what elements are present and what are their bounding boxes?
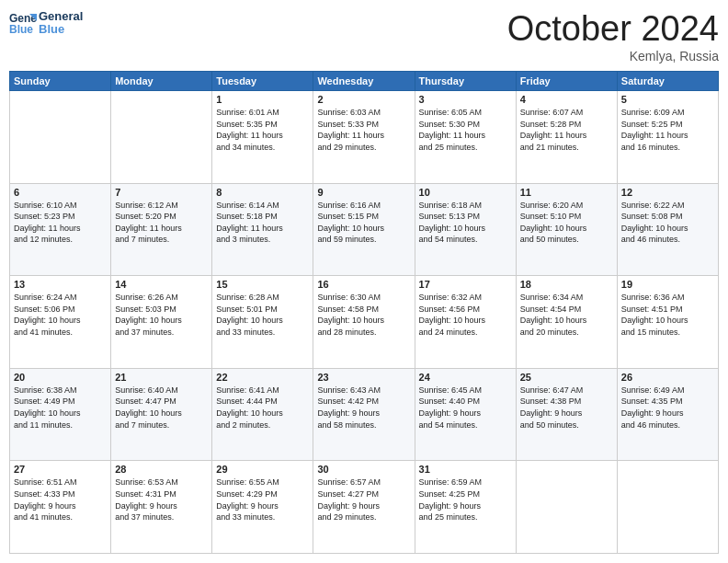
day-number: 27 (14, 464, 107, 475)
calendar-cell (617, 461, 718, 554)
day-number: 22 (216, 372, 309, 383)
day-number: 17 (419, 279, 512, 290)
day-info: Sunrise: 6:05 AM Sunset: 5:30 PM Dayligh… (419, 107, 512, 153)
day-info: Sunrise: 6:32 AM Sunset: 4:56 PM Dayligh… (419, 292, 512, 338)
logo-icon: General Blue (9, 9, 37, 37)
col-header-wednesday: Wednesday (313, 72, 415, 91)
day-info: Sunrise: 6:22 AM Sunset: 5:08 PM Dayligh… (621, 200, 714, 246)
day-info: Sunrise: 6:55 AM Sunset: 4:29 PM Dayligh… (216, 477, 309, 523)
day-info: Sunrise: 6:51 AM Sunset: 4:33 PM Dayligh… (14, 477, 107, 523)
page: General Blue General Blue October 2024 K… (0, 0, 728, 563)
day-number: 24 (419, 372, 512, 383)
day-info: Sunrise: 6:45 AM Sunset: 4:40 PM Dayligh… (419, 385, 512, 431)
calendar-cell: 30Sunrise: 6:57 AM Sunset: 4:27 PM Dayli… (313, 461, 415, 554)
day-number: 30 (317, 464, 410, 475)
day-number: 21 (115, 372, 208, 383)
calendar-cell: 27Sunrise: 6:51 AM Sunset: 4:33 PM Dayli… (10, 461, 111, 554)
calendar-cell: 16Sunrise: 6:30 AM Sunset: 4:58 PM Dayli… (313, 276, 415, 369)
day-number: 13 (14, 279, 107, 290)
calendar-cell: 4Sunrise: 6:07 AM Sunset: 5:28 PM Daylig… (516, 91, 617, 184)
day-info: Sunrise: 6:24 AM Sunset: 5:06 PM Dayligh… (14, 292, 107, 338)
col-header-tuesday: Tuesday (212, 72, 313, 91)
calendar-cell: 9Sunrise: 6:16 AM Sunset: 5:15 PM Daylig… (313, 183, 415, 276)
day-number: 12 (621, 187, 714, 198)
calendar-cell: 26Sunrise: 6:49 AM Sunset: 4:35 PM Dayli… (617, 368, 718, 461)
day-number: 2 (317, 94, 410, 105)
logo-line2: Blue (39, 23, 83, 36)
calendar-cell: 31Sunrise: 6:59 AM Sunset: 4:25 PM Dayli… (415, 461, 516, 554)
day-info: Sunrise: 6:10 AM Sunset: 5:23 PM Dayligh… (14, 200, 107, 246)
calendar-cell: 8Sunrise: 6:14 AM Sunset: 5:18 PM Daylig… (212, 183, 313, 276)
calendar-table: SundayMondayTuesdayWednesdayThursdayFrid… (9, 71, 719, 554)
calendar-cell: 29Sunrise: 6:55 AM Sunset: 4:29 PM Dayli… (212, 461, 313, 554)
title-block: October 2024 Kemlya, Russia (507, 9, 719, 63)
col-header-friday: Friday (516, 72, 617, 91)
day-number: 1 (216, 94, 309, 105)
calendar-cell: 15Sunrise: 6:28 AM Sunset: 5:01 PM Dayli… (212, 276, 313, 369)
col-header-saturday: Saturday (617, 72, 718, 91)
day-info: Sunrise: 6:38 AM Sunset: 4:49 PM Dayligh… (14, 385, 107, 431)
logo: General Blue General Blue (9, 9, 83, 37)
day-number: 20 (14, 372, 107, 383)
calendar-cell: 22Sunrise: 6:41 AM Sunset: 4:44 PM Dayli… (212, 368, 313, 461)
col-header-thursday: Thursday (415, 72, 516, 91)
logo-line1: General (39, 10, 83, 23)
day-number: 26 (621, 372, 714, 383)
calendar-cell: 24Sunrise: 6:45 AM Sunset: 4:40 PM Dayli… (415, 368, 516, 461)
calendar-cell: 11Sunrise: 6:20 AM Sunset: 5:10 PM Dayli… (516, 183, 617, 276)
day-number: 8 (216, 187, 309, 198)
day-info: Sunrise: 6:36 AM Sunset: 4:51 PM Dayligh… (621, 292, 714, 338)
calendar-cell: 12Sunrise: 6:22 AM Sunset: 5:08 PM Dayli… (617, 183, 718, 276)
col-header-sunday: Sunday (10, 72, 111, 91)
day-number: 14 (115, 279, 208, 290)
calendar-cell: 23Sunrise: 6:43 AM Sunset: 4:42 PM Dayli… (313, 368, 415, 461)
day-info: Sunrise: 6:20 AM Sunset: 5:10 PM Dayligh… (520, 200, 613, 246)
subtitle: Kemlya, Russia (507, 49, 719, 63)
day-info: Sunrise: 6:09 AM Sunset: 5:25 PM Dayligh… (621, 107, 714, 153)
calendar-cell: 13Sunrise: 6:24 AM Sunset: 5:06 PM Dayli… (10, 276, 111, 369)
calendar-cell (10, 91, 111, 184)
day-info: Sunrise: 6:43 AM Sunset: 4:42 PM Dayligh… (317, 385, 410, 431)
day-number: 3 (419, 94, 512, 105)
day-info: Sunrise: 6:59 AM Sunset: 4:25 PM Dayligh… (419, 477, 512, 523)
calendar-cell (111, 91, 212, 184)
calendar-cell: 5Sunrise: 6:09 AM Sunset: 5:25 PM Daylig… (617, 91, 718, 184)
calendar-cell: 2Sunrise: 6:03 AM Sunset: 5:33 PM Daylig… (313, 91, 415, 184)
day-number: 23 (317, 372, 410, 383)
day-info: Sunrise: 6:40 AM Sunset: 4:47 PM Dayligh… (115, 385, 208, 431)
calendar-cell (516, 461, 617, 554)
day-info: Sunrise: 6:03 AM Sunset: 5:33 PM Dayligh… (317, 107, 410, 153)
day-number: 16 (317, 279, 410, 290)
calendar-cell: 25Sunrise: 6:47 AM Sunset: 4:38 PM Dayli… (516, 368, 617, 461)
day-number: 25 (520, 372, 613, 383)
day-number: 29 (216, 464, 309, 475)
day-number: 28 (115, 464, 208, 475)
day-info: Sunrise: 6:07 AM Sunset: 5:28 PM Dayligh… (520, 107, 613, 153)
header: General Blue General Blue October 2024 K… (9, 9, 719, 63)
calendar-cell: 17Sunrise: 6:32 AM Sunset: 4:56 PM Dayli… (415, 276, 516, 369)
day-info: Sunrise: 6:16 AM Sunset: 5:15 PM Dayligh… (317, 200, 410, 246)
day-number: 5 (621, 94, 714, 105)
day-info: Sunrise: 6:34 AM Sunset: 4:54 PM Dayligh… (520, 292, 613, 338)
day-number: 19 (621, 279, 714, 290)
day-info: Sunrise: 6:26 AM Sunset: 5:03 PM Dayligh… (115, 292, 208, 338)
calendar-cell: 6Sunrise: 6:10 AM Sunset: 5:23 PM Daylig… (10, 183, 111, 276)
month-title: October 2024 (507, 9, 719, 49)
calendar-cell: 20Sunrise: 6:38 AM Sunset: 4:49 PM Dayli… (10, 368, 111, 461)
calendar-cell: 28Sunrise: 6:53 AM Sunset: 4:31 PM Dayli… (111, 461, 212, 554)
day-info: Sunrise: 6:47 AM Sunset: 4:38 PM Dayligh… (520, 385, 613, 431)
day-info: Sunrise: 6:01 AM Sunset: 5:35 PM Dayligh… (216, 107, 309, 153)
day-number: 31 (419, 464, 512, 475)
calendar-cell: 7Sunrise: 6:12 AM Sunset: 5:20 PM Daylig… (111, 183, 212, 276)
day-info: Sunrise: 6:28 AM Sunset: 5:01 PM Dayligh… (216, 292, 309, 338)
day-number: 11 (520, 187, 613, 198)
calendar-cell: 14Sunrise: 6:26 AM Sunset: 5:03 PM Dayli… (111, 276, 212, 369)
col-header-monday: Monday (111, 72, 212, 91)
calendar-cell: 3Sunrise: 6:05 AM Sunset: 5:30 PM Daylig… (415, 91, 516, 184)
calendar-cell: 1Sunrise: 6:01 AM Sunset: 5:35 PM Daylig… (212, 91, 313, 184)
day-number: 15 (216, 279, 309, 290)
day-info: Sunrise: 6:14 AM Sunset: 5:18 PM Dayligh… (216, 200, 309, 246)
day-number: 18 (520, 279, 613, 290)
day-info: Sunrise: 6:57 AM Sunset: 4:27 PM Dayligh… (317, 477, 410, 523)
day-number: 4 (520, 94, 613, 105)
